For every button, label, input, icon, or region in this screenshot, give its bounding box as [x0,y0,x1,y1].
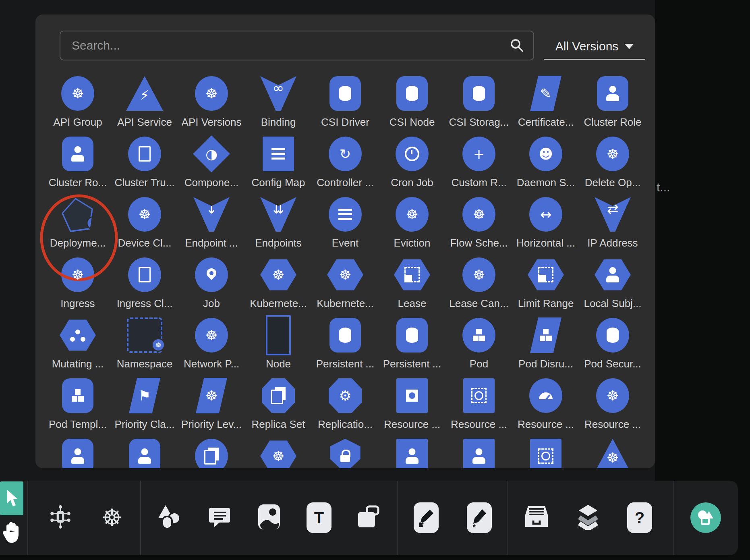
library-item-certificate[interactable]: ✎Certificate... [512,73,579,131]
help-tool[interactable]: ? [617,494,662,542]
library-item-csi-storag[interactable]: CSI Storag... [445,73,512,131]
library-item-custom-r[interactable]: +Custom R... [445,133,512,192]
pin-glyph [205,266,218,280]
library-item-partial[interactable] [44,435,111,468]
library-item-ingress[interactable]: ☸Ingress [44,254,111,313]
library-item-api-group[interactable]: ☸API Group [44,73,111,131]
card-tool[interactable] [346,494,391,542]
architecture-tool[interactable] [38,494,83,542]
library-item-replica-set[interactable]: Replica Set [245,375,312,433]
library-item-endpoints[interactable]: ⇊Endpoints [245,193,312,252]
library-item-config-map[interactable]: Config Map [245,133,312,192]
library-item-cron-job[interactable]: Cron Job [379,133,445,192]
library-item-api-service[interactable]: ⚡API Service [111,73,178,131]
text-icon: T [307,502,331,533]
library-item-device-cl[interactable]: ☸Device Cl... [111,193,178,252]
library-item-ingress-cl[interactable]: Ingress Cl... [111,254,178,313]
library-item-api-versions[interactable]: ☸API Versions [178,73,245,131]
library-item-endpoint[interactable]: ↓Endpoint ... [178,193,245,252]
selection-tool[interactable] [0,481,23,515]
library-item-partial[interactable]: ☸ [245,435,312,468]
library-item-delete-op[interactable]: ☸Delete Op... [579,133,646,192]
library-item-local-subj[interactable]: Local Subj... [579,254,646,313]
library-item-pod-secur[interactable]: Pod Secur... [579,314,646,373]
library-item-csi-driver[interactable]: CSI Driver [312,73,379,131]
library-item-namespace[interactable]: ☸Namespace [111,314,178,373]
library-item-partial[interactable] [111,435,178,468]
library-item-replicatio[interactable]: ⚙Replicatio... [312,375,379,433]
kubernetes-resource-icon: ☸ [195,76,228,111]
comment-tool[interactable] [197,494,242,542]
library-item-persistent[interactable]: Persistent ... [379,314,445,373]
library-item-deployme[interactable]: ☸Deployme... [44,193,111,252]
kubernetes-resource-icon: ☸ [327,258,363,291]
shape-library-button[interactable] [690,502,721,533]
library-item-resource[interactable]: Resource ... [512,375,579,433]
library-item-compone[interactable]: ◑Compone... [178,133,245,192]
library-item-event[interactable]: Event [312,193,379,252]
library-item-limit-range[interactable]: Limit Range [512,254,579,313]
library-item-cluster-tru[interactable]: Cluster Tru... [111,133,178,192]
library-item-lease-can[interactable]: ☸Lease Can... [445,254,512,313]
db-glyph [339,86,351,101]
library-item-partial[interactable] [379,435,445,468]
library-item-label: Controller ... [317,176,374,189]
library-item-partial[interactable] [445,435,512,468]
kubernetes-resource-icon [396,378,428,413]
kubernetes-resource-icon [262,378,295,413]
draw-pen-tool[interactable] [457,494,501,542]
library-item-partial[interactable] [512,435,579,468]
docs-glyph [271,390,283,404]
library-item-ip-address[interactable]: ⇄IP Address [579,193,646,252]
library-item-persistent[interactable]: Persistent ... [312,314,379,373]
library-item-horizontal[interactable]: ↔Horizontal ... [512,193,579,252]
library-item-kubernete[interactable]: ☸Kubernete... [245,254,312,313]
draw-arrow-tool[interactable] [404,494,448,542]
library-item-partial[interactable] [312,435,379,468]
library-item-daemon-s[interactable]: ☻Daemon S... [512,133,579,192]
library-item-pod[interactable]: Pod [445,314,512,373]
library-item-partial[interactable] [178,435,245,468]
hand-tool[interactable] [1,519,22,546]
lr-glyph: ↔ [540,207,552,221]
image-tool[interactable] [247,494,291,542]
library-item-priority-lev[interactable]: ☸Priority Lev... [178,375,245,433]
wheel-glyph: ☸ [607,451,619,465]
library-item-kubernete[interactable]: ☸Kubernete... [312,254,379,313]
library-item-controller[interactable]: ↻Controller ... [312,133,379,192]
library-item-partial[interactable]: ☸ [579,435,646,468]
library-item-resource[interactable]: Resource ... [445,375,512,433]
cursor-icon [4,489,20,508]
layers-tool[interactable] [566,494,610,542]
library-item-label: Lease [398,297,427,310]
library-item-cluster-ro[interactable]: Cluster Ro... [44,133,111,192]
text-tool-glyph: T [314,509,324,527]
person-glyph [472,448,486,464]
library-tool[interactable] [514,494,559,542]
library-item-resource[interactable]: Resource ... [379,375,445,433]
library-item-pod-templ[interactable]: Pod Templ... [44,375,111,433]
library-item-network-p[interactable]: ☸Network P... [178,314,245,373]
library-item-resource[interactable]: ☸Resource ... [579,375,646,433]
library-item-csi-node[interactable]: CSI Node [379,73,445,131]
text-tool[interactable]: T [297,494,341,542]
wheel-glyph: ☸ [205,389,218,402]
library-item-eviction[interactable]: ☸Eviction [379,193,445,252]
library-item-pod-disru[interactable]: Pod Disru... [512,314,579,373]
library-item-cluster-role[interactable]: Cluster Role [579,73,646,131]
shapes-tool[interactable] [147,494,191,542]
library-item-label: CSI Node [390,116,435,129]
library-item-label: IP Address [587,237,638,249]
library-item-job[interactable]: Job [178,254,245,313]
library-item-lease[interactable]: Lease [379,254,445,313]
library-item-flow-sche[interactable]: ☸Flow Sche... [445,193,512,252]
library-item-label: Deployme... [50,237,106,249]
kubernetes-resource-icon [263,137,294,171]
arrow-d-glyph: ↓ [206,202,218,216]
library-item-label: Network P... [184,358,239,370]
library-item-priority-cla[interactable]: ⚑Priority Cla... [111,375,178,433]
library-item-mutating[interactable]: Mutating ... [44,314,111,373]
library-item-node[interactable]: Node [245,314,312,373]
library-item-binding[interactable]: ∞Binding [245,73,312,131]
kubernetes-tool[interactable]: ☸ [90,494,134,542]
